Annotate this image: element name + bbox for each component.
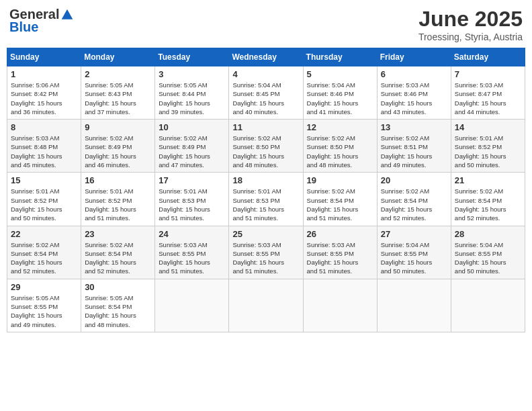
day-info: Sunrise: 5:04 AM Sunset: 8:45 PM Dayligh… xyxy=(232,81,299,116)
calendar-day-cell: 17 Sunrise: 5:01 AM Sunset: 8:53 PM Dayl… xyxy=(155,173,229,226)
day-number: 24 xyxy=(159,229,225,239)
day-info: Sunrise: 5:01 AM Sunset: 8:53 PM Dayligh… xyxy=(232,187,299,222)
calendar-header-row: SundayMondayTuesdayWednesdayThursdayFrid… xyxy=(7,48,525,66)
day-number: 8 xyxy=(11,122,77,132)
calendar-day-cell: 13 Sunrise: 5:02 AM Sunset: 8:51 PM Dayl… xyxy=(377,120,451,173)
day-number: 15 xyxy=(11,175,77,185)
day-number: 14 xyxy=(455,122,521,132)
day-number: 9 xyxy=(85,122,151,132)
day-number: 13 xyxy=(381,122,447,132)
weekday-header: Thursday xyxy=(303,48,377,66)
day-info: Sunrise: 5:03 AM Sunset: 8:47 PM Dayligh… xyxy=(455,81,521,116)
day-number: 12 xyxy=(307,122,373,132)
calendar-day-cell: 8 Sunrise: 5:03 AM Sunset: 8:48 PM Dayli… xyxy=(7,120,81,173)
weekday-header: Friday xyxy=(377,48,451,66)
day-info: Sunrise: 5:02 AM Sunset: 8:49 PM Dayligh… xyxy=(159,134,225,169)
day-number: 10 xyxy=(159,122,225,132)
day-info: Sunrise: 5:05 AM Sunset: 8:55 PM Dayligh… xyxy=(11,293,77,329)
day-info: Sunrise: 5:05 AM Sunset: 8:43 PM Dayligh… xyxy=(85,81,151,116)
day-number: 19 xyxy=(307,175,373,185)
month-title: June 2025 xyxy=(418,7,523,32)
calendar-day-cell: 14 Sunrise: 5:01 AM Sunset: 8:52 PM Dayl… xyxy=(451,120,525,173)
logo-blue: Blue xyxy=(9,19,38,35)
day-number: 11 xyxy=(232,122,299,132)
calendar-day-cell xyxy=(303,279,377,332)
day-info: Sunrise: 5:01 AM Sunset: 8:52 PM Dayligh… xyxy=(85,187,151,222)
day-info: Sunrise: 5:02 AM Sunset: 8:51 PM Dayligh… xyxy=(381,134,447,169)
calendar-day-cell: 3 Sunrise: 5:05 AM Sunset: 8:44 PM Dayli… xyxy=(155,66,229,120)
calendar-day-cell: 2 Sunrise: 5:05 AM Sunset: 8:43 PM Dayli… xyxy=(81,66,155,120)
day-number: 25 xyxy=(232,229,299,239)
day-number: 22 xyxy=(11,229,77,239)
day-info: Sunrise: 5:02 AM Sunset: 8:54 PM Dayligh… xyxy=(85,240,151,276)
day-info: Sunrise: 5:03 AM Sunset: 8:55 PM Dayligh… xyxy=(232,240,299,276)
day-number: 28 xyxy=(455,229,521,239)
calendar-day-cell: 7 Sunrise: 5:03 AM Sunset: 8:47 PM Dayli… xyxy=(451,66,525,120)
day-info: Sunrise: 5:02 AM Sunset: 8:50 PM Dayligh… xyxy=(307,134,373,169)
day-number: 5 xyxy=(307,69,373,79)
calendar-day-cell: 20 Sunrise: 5:02 AM Sunset: 8:54 PM Dayl… xyxy=(377,173,451,226)
day-number: 27 xyxy=(381,229,447,239)
day-info: Sunrise: 5:02 AM Sunset: 8:54 PM Dayligh… xyxy=(11,240,77,276)
page-header: General Blue June 2025 Troessing, Styria… xyxy=(7,7,525,42)
logo: General Blue xyxy=(9,7,74,35)
day-info: Sunrise: 5:03 AM Sunset: 8:46 PM Dayligh… xyxy=(381,81,447,116)
day-info: Sunrise: 5:01 AM Sunset: 8:52 PM Dayligh… xyxy=(455,134,521,169)
weekday-header: Monday xyxy=(81,48,155,66)
calendar-day-cell: 1 Sunrise: 5:06 AM Sunset: 8:42 PM Dayli… xyxy=(7,66,81,120)
calendar-week-row: 22 Sunrise: 5:02 AM Sunset: 8:54 PM Dayl… xyxy=(7,226,525,279)
day-info: Sunrise: 5:01 AM Sunset: 8:52 PM Dayligh… xyxy=(11,187,77,222)
calendar-week-row: 29 Sunrise: 5:05 AM Sunset: 8:55 PM Dayl… xyxy=(7,279,525,332)
day-number: 1 xyxy=(11,69,77,79)
weekday-header: Sunday xyxy=(7,48,81,66)
calendar-day-cell xyxy=(377,279,451,332)
day-info: Sunrise: 5:02 AM Sunset: 8:54 PM Dayligh… xyxy=(455,187,521,222)
calendar-day-cell: 30 Sunrise: 5:05 AM Sunset: 8:54 PM Dayl… xyxy=(81,279,155,332)
calendar-week-row: 8 Sunrise: 5:03 AM Sunset: 8:48 PM Dayli… xyxy=(7,120,525,173)
day-number: 18 xyxy=(232,175,299,185)
calendar-day-cell: 28 Sunrise: 5:04 AM Sunset: 8:55 PM Dayl… xyxy=(451,226,525,279)
day-info: Sunrise: 5:03 AM Sunset: 8:55 PM Dayligh… xyxy=(159,240,225,276)
day-number: 20 xyxy=(381,175,447,185)
weekday-header: Tuesday xyxy=(155,48,229,66)
calendar-day-cell: 27 Sunrise: 5:04 AM Sunset: 8:55 PM Dayl… xyxy=(377,226,451,279)
calendar-day-cell: 15 Sunrise: 5:01 AM Sunset: 8:52 PM Dayl… xyxy=(7,173,81,226)
calendar-day-cell: 18 Sunrise: 5:01 AM Sunset: 8:53 PM Dayl… xyxy=(229,173,303,226)
day-number: 23 xyxy=(85,229,151,239)
calendar-day-cell: 5 Sunrise: 5:04 AM Sunset: 8:46 PM Dayli… xyxy=(303,66,377,120)
calendar-day-cell xyxy=(229,279,303,332)
day-info: Sunrise: 5:06 AM Sunset: 8:42 PM Dayligh… xyxy=(11,81,77,116)
day-number: 30 xyxy=(85,282,151,292)
day-info: Sunrise: 5:03 AM Sunset: 8:48 PM Dayligh… xyxy=(11,134,77,169)
calendar-day-cell xyxy=(451,279,525,332)
day-number: 29 xyxy=(11,282,77,292)
day-info: Sunrise: 5:05 AM Sunset: 8:54 PM Dayligh… xyxy=(85,293,151,329)
day-number: 17 xyxy=(159,175,225,185)
calendar-day-cell: 23 Sunrise: 5:02 AM Sunset: 8:54 PM Dayl… xyxy=(81,226,155,279)
day-info: Sunrise: 5:02 AM Sunset: 8:49 PM Dayligh… xyxy=(85,134,151,169)
calendar-day-cell: 25 Sunrise: 5:03 AM Sunset: 8:55 PM Dayl… xyxy=(229,226,303,279)
day-info: Sunrise: 5:05 AM Sunset: 8:44 PM Dayligh… xyxy=(159,81,225,116)
title-block: June 2025 Troessing, Styria, Austria xyxy=(418,7,523,42)
day-info: Sunrise: 5:03 AM Sunset: 8:55 PM Dayligh… xyxy=(307,240,373,276)
logo-icon xyxy=(60,8,74,21)
calendar-week-row: 15 Sunrise: 5:01 AM Sunset: 8:52 PM Dayl… xyxy=(7,173,525,226)
day-info: Sunrise: 5:02 AM Sunset: 8:50 PM Dayligh… xyxy=(232,134,299,169)
weekday-header: Saturday xyxy=(451,48,525,66)
day-number: 7 xyxy=(455,69,521,79)
calendar-day-cell xyxy=(155,279,229,332)
svg-marker-0 xyxy=(62,9,73,19)
day-number: 4 xyxy=(232,69,299,79)
calendar-day-cell: 9 Sunrise: 5:02 AM Sunset: 8:49 PM Dayli… xyxy=(81,120,155,173)
calendar-week-row: 1 Sunrise: 5:06 AM Sunset: 8:42 PM Dayli… xyxy=(7,66,525,120)
day-info: Sunrise: 5:04 AM Sunset: 8:55 PM Dayligh… xyxy=(381,240,447,276)
location: Troessing, Styria, Austria xyxy=(418,32,523,42)
day-info: Sunrise: 5:01 AM Sunset: 8:53 PM Dayligh… xyxy=(159,187,225,222)
calendar-day-cell: 21 Sunrise: 5:02 AM Sunset: 8:54 PM Dayl… xyxy=(451,173,525,226)
calendar-table: SundayMondayTuesdayWednesdayThursdayFrid… xyxy=(7,48,525,332)
day-info: Sunrise: 5:04 AM Sunset: 8:46 PM Dayligh… xyxy=(307,81,373,116)
weekday-header: Wednesday xyxy=(229,48,303,66)
day-number: 6 xyxy=(381,69,447,79)
calendar-day-cell: 29 Sunrise: 5:05 AM Sunset: 8:55 PM Dayl… xyxy=(7,279,81,332)
calendar-day-cell: 10 Sunrise: 5:02 AM Sunset: 8:49 PM Dayl… xyxy=(155,120,229,173)
